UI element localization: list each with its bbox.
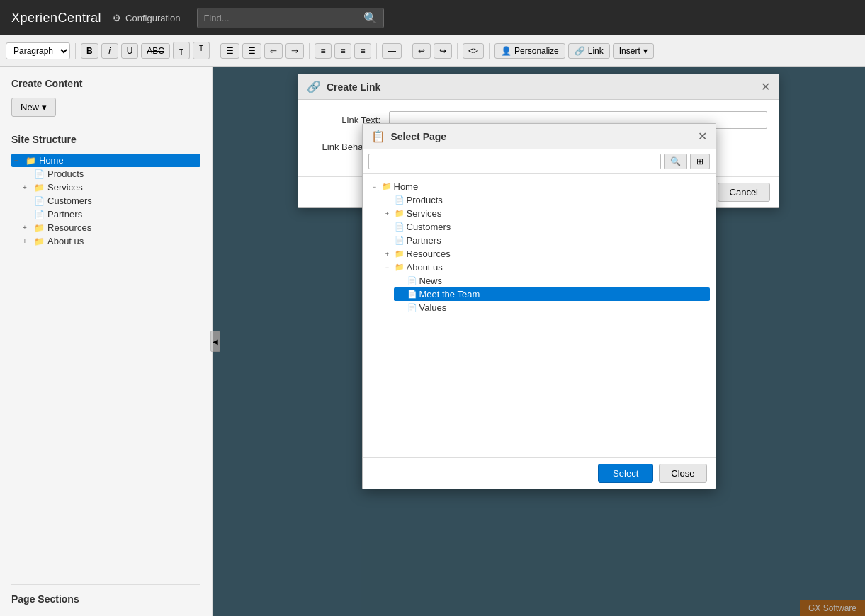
page-icon: 📄 xyxy=(407,276,417,285)
folder-icon: 📁 xyxy=(34,223,45,233)
paragraph-select[interactable]: Paragraph xyxy=(6,42,70,59)
page-icon: 📄 xyxy=(407,290,417,299)
sp-tree-resources[interactable]: + 📁 Resources xyxy=(381,247,710,261)
collapse-icon: − xyxy=(383,264,392,271)
sp-footer: Select Close xyxy=(363,457,716,489)
link-icon: 🔗 xyxy=(575,46,585,56)
page-icon: 📄 xyxy=(395,195,405,205)
sp-tree-customers[interactable]: 📄 Customers xyxy=(381,220,710,234)
expand-icon: + xyxy=(23,183,31,191)
gear-icon: ⚙ xyxy=(113,13,121,23)
editor-toolbar: Paragraph B i U ABC T T ☰ ☰ ⇐ ⇒ ≡ ≡ ≡ — … xyxy=(0,35,865,67)
sp-close-button[interactable]: ✕ xyxy=(698,130,707,143)
left-sidebar: Create Content New ▾ Site Structure − 📁 … xyxy=(0,67,213,616)
tree-item-services[interactable]: + 📁 Services xyxy=(23,181,200,194)
sp-tree-news[interactable]: 📄 News xyxy=(394,274,710,287)
subscript-button[interactable]: T xyxy=(173,42,190,59)
divider-7 xyxy=(489,43,490,59)
page-icon: 📄 xyxy=(395,222,405,232)
divider-1 xyxy=(75,43,76,59)
underline-button[interactable]: U xyxy=(121,43,139,59)
tree-item-resources[interactable]: + 📁 Resources xyxy=(23,221,200,234)
search-icon: 🔍 xyxy=(363,11,378,25)
dialog-close-button[interactable]: ✕ xyxy=(761,80,770,93)
numbered-list-button[interactable]: ☰ xyxy=(242,43,261,59)
insert-button[interactable]: Insert ▾ xyxy=(613,43,654,59)
tree-item-partners[interactable]: 📄 Partners xyxy=(23,207,200,221)
page-icon: 📋 xyxy=(371,130,385,143)
expand-icon: + xyxy=(383,251,392,258)
expand-icon: + xyxy=(23,224,31,232)
folder-icon: 📁 xyxy=(395,209,405,218)
sp-tree-products[interactable]: 📄 Products xyxy=(381,193,710,207)
folder-icon: 📁 xyxy=(34,236,45,246)
align-center-button[interactable]: ≡ xyxy=(334,43,351,59)
align-right-button[interactable]: ≡ xyxy=(354,43,371,59)
source-button[interactable]: <> xyxy=(463,43,484,59)
sp-header: 📋 Select Page ✕ xyxy=(363,124,716,149)
personalize-button[interactable]: 👤 Personalize xyxy=(494,43,565,59)
redo-button[interactable]: ↪ xyxy=(434,43,452,59)
create-content-title: Create Content xyxy=(11,78,200,89)
page-icon: 📄 xyxy=(407,303,417,312)
person-icon: 👤 xyxy=(501,46,511,56)
sp-search-button[interactable]: 🔍 xyxy=(664,154,687,169)
configuration-button[interactable]: ⚙ Configuration xyxy=(113,13,180,23)
page-icon: 📄 xyxy=(34,169,45,179)
page-icon: 📄 xyxy=(395,236,405,245)
divider-4 xyxy=(376,43,377,59)
bullet-list-button[interactable]: ☰ xyxy=(220,43,239,59)
sp-view-button[interactable]: ⊞ xyxy=(690,154,710,169)
search-input[interactable] xyxy=(203,13,359,23)
undo-button[interactable]: ↩ xyxy=(412,43,431,59)
close-button[interactable]: Close xyxy=(659,464,706,483)
chevron-down-icon: ▾ xyxy=(42,102,47,113)
tree-item-about-us[interactable]: + 📁 About us xyxy=(23,234,200,248)
indent-button[interactable]: ⇒ xyxy=(285,43,304,59)
sp-search-input[interactable] xyxy=(368,154,661,169)
collapse-icon: − xyxy=(370,183,380,190)
sp-title: Select Page xyxy=(391,131,692,142)
sp-children-home: 📄 Products + 📁 Services 📄 Customers xyxy=(381,193,710,314)
tree-item-customers[interactable]: 📄 Customers xyxy=(23,194,200,207)
tree-children: 📄 Products + 📁 Services 📄 Customers 📄 Pa xyxy=(23,167,200,248)
italic-button[interactable]: i xyxy=(101,43,118,59)
site-tree: − 📁 Home 📄 Products + 📁 Services 📄 xyxy=(11,154,200,248)
outdent-button[interactable]: ⇐ xyxy=(264,43,283,59)
sp-tree-partners[interactable]: 📄 Partners xyxy=(381,234,710,247)
sp-tree-services[interactable]: + 📁 Services xyxy=(381,207,710,220)
new-button[interactable]: New ▾ xyxy=(11,98,56,117)
page-sections-title: Page Sections xyxy=(11,593,200,605)
link-button[interactable]: 🔗 Link xyxy=(568,43,610,59)
app-title: XperienCentral xyxy=(11,11,101,25)
tree-item-products[interactable]: 📄 Products xyxy=(23,167,200,181)
cancel-button[interactable]: Cancel xyxy=(718,183,770,202)
divider-6 xyxy=(457,43,458,59)
select-button[interactable]: Select xyxy=(598,464,653,483)
strikethrough-button[interactable]: ABC xyxy=(141,43,170,59)
folder-icon: 📁 xyxy=(382,182,392,191)
hr-button[interactable]: — xyxy=(382,43,402,59)
page-icon: 📄 xyxy=(34,210,45,219)
site-structure-title: Site Structure xyxy=(11,134,200,145)
sp-body: − 📁 Home 📄 Products + 📁 Service xyxy=(363,174,716,457)
search-bar: 🔍 xyxy=(197,8,384,28)
sp-tree-values[interactable]: 📄 Values xyxy=(394,301,710,314)
align-left-button[interactable]: ≡ xyxy=(315,43,332,59)
sp-tree-meet-the-team[interactable]: 📄 Meet the Team xyxy=(394,287,710,301)
select-page-dialog: 📋 Select Page ✕ 🔍 ⊞ − 📁 Home xyxy=(362,123,716,489)
dialog-header: 🔗 Create Link ✕ xyxy=(298,74,779,100)
divider-2 xyxy=(215,43,215,59)
expand-icon: + xyxy=(383,210,392,217)
dialog-title: Create Link xyxy=(327,81,755,93)
sp-tree-about-us[interactable]: − 📁 About us xyxy=(381,261,710,274)
expand-icon: + xyxy=(23,237,31,245)
main-layout: Create Content New ▾ Site Structure − 📁 … xyxy=(0,67,865,616)
superscript-button[interactable]: T xyxy=(193,42,210,59)
chevron-down-icon: ▾ xyxy=(643,46,648,56)
folder-icon: 📁 xyxy=(26,156,36,166)
sp-tree-home[interactable]: − 📁 Home xyxy=(368,180,710,193)
bold-button[interactable]: B xyxy=(81,43,98,59)
page-icon: 📄 xyxy=(34,196,45,206)
tree-item-home[interactable]: − 📁 Home xyxy=(11,154,200,167)
